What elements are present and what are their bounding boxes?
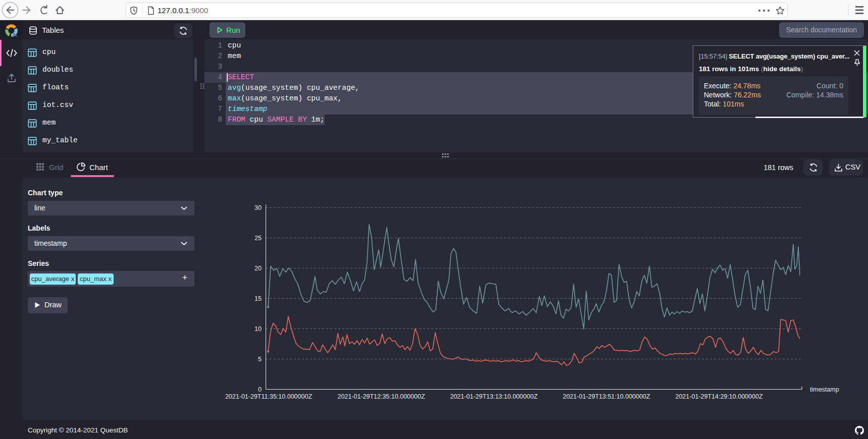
svg-text:10: 10 — [254, 325, 262, 333]
svg-text:2021-01-29T14:29:10.000000Z: 2021-01-29T14:29:10.000000Z — [675, 393, 762, 400]
svg-text:2021-01-29T13:51:10.000000Z: 2021-01-29T13:51:10.000000Z — [563, 393, 650, 400]
svg-text:15: 15 — [254, 295, 262, 302]
svg-text:timestamp: timestamp — [810, 386, 839, 393]
svg-text:0: 0 — [258, 386, 262, 393]
svg-text:2021-01-29T12:35:10.000000Z: 2021-01-29T12:35:10.000000Z — [337, 393, 425, 400]
svg-text:30: 30 — [254, 204, 262, 211]
svg-text:5: 5 — [258, 356, 262, 363]
svg-text:2021-01-29T13:13:10.000000Z: 2021-01-29T13:13:10.000000Z — [450, 393, 537, 400]
svg-text:2021-01-29T11:35:10.000000Z: 2021-01-29T11:35:10.000000Z — [225, 393, 312, 400]
svg-text:25: 25 — [254, 235, 262, 242]
svg-text:20: 20 — [254, 265, 262, 272]
